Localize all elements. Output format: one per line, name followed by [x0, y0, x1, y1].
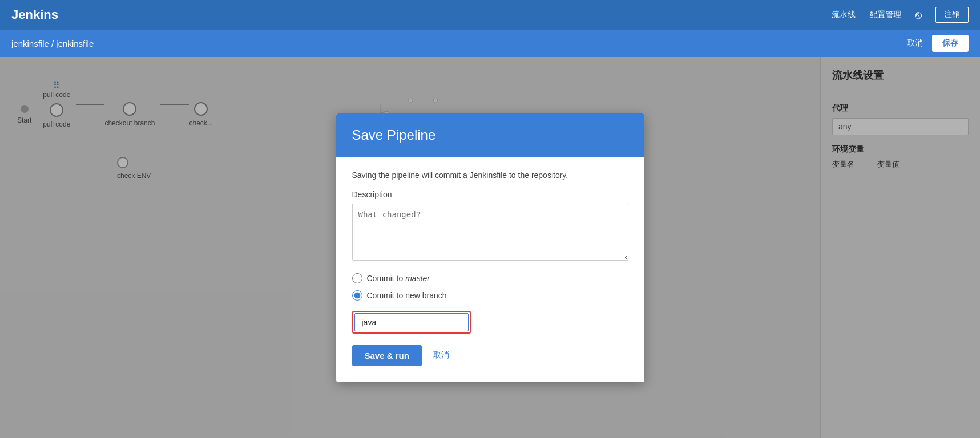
sub-nav-save-button[interactable]: 保存 [932, 35, 969, 52]
pipeline-link[interactable]: 流水线 [832, 10, 856, 20]
branch-input-wrapper [352, 311, 471, 334]
commit-new-branch-label: Commit to new branch [367, 291, 447, 300]
save-run-button[interactable]: Save & run [352, 345, 422, 366]
branch-input[interactable] [354, 313, 469, 331]
logout-button[interactable]: 注销 [935, 7, 969, 23]
save-pipeline-modal: Save Pipeline Saving the pipeline will c… [336, 113, 644, 382]
modal-header: Save Pipeline [336, 113, 644, 157]
config-manage-link[interactable]: 配置管理 [869, 10, 901, 20]
sub-nav-actions: 取消 保存 [907, 35, 969, 52]
modal-description: Saving the pipeline will commit a Jenkin… [352, 171, 628, 180]
sub-nav: jenkinsfile / jenkinsfile 取消 保存 [0, 30, 980, 57]
logout-icon[interactable]: ⎋ [915, 9, 922, 22]
commit-master-radio[interactable] [352, 273, 362, 283]
commit-new-branch-option[interactable]: Commit to new branch [352, 290, 628, 301]
breadcrumb: jenkinsfile / jenkinsfile [11, 39, 907, 48]
modal-body: Saving the pipeline will commit a Jenkin… [336, 157, 644, 382]
jenkins-logo: Jenkins [11, 7, 832, 22]
description-label: Description [352, 190, 628, 199]
modal-overlay: Save Pipeline Saving the pipeline will c… [0, 57, 980, 438]
sub-nav-cancel-link[interactable]: 取消 [907, 38, 923, 48]
modal-cancel-link[interactable]: 取消 [433, 350, 449, 360]
commit-master-option[interactable]: Commit to master [352, 273, 628, 283]
modal-title: Save Pipeline [352, 127, 628, 143]
top-nav-links: 流水线 配置管理 ⎋ 注销 [832, 7, 969, 23]
commit-master-label: Commit to master [367, 274, 430, 283]
description-textarea[interactable] [352, 204, 628, 261]
top-nav: Jenkins 流水线 配置管理 ⎋ 注销 [0, 0, 980, 30]
main-content: + + + Start ⠿ [0, 57, 980, 438]
modal-actions: Save & run 取消 [352, 345, 628, 366]
commit-options: Commit to master Commit to new branch [352, 273, 628, 301]
commit-new-branch-radio[interactable] [352, 290, 362, 301]
